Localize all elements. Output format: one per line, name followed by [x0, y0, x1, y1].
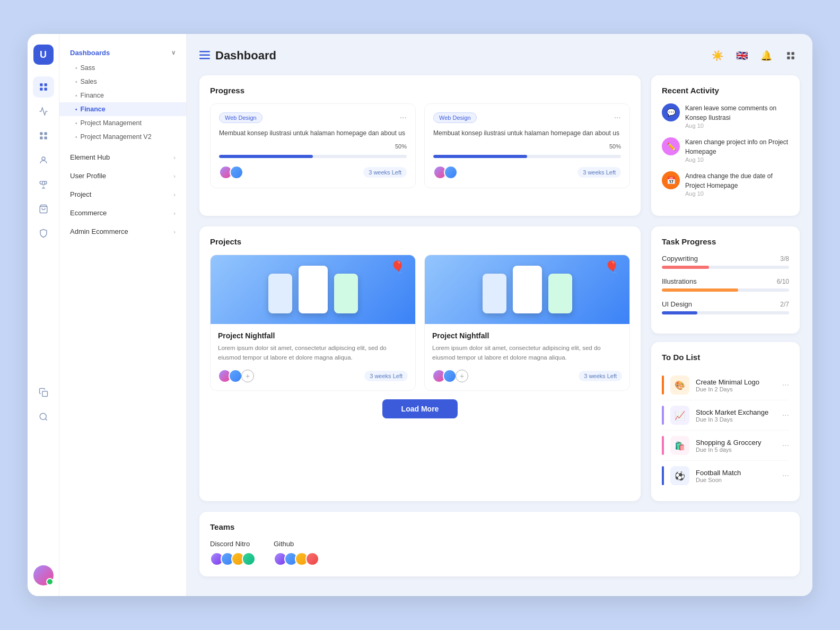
todo-bar-shopping [662, 436, 664, 455]
progress-bar-1 [219, 155, 407, 158]
activity-time-1: Aug 10 [685, 122, 789, 129]
sidebar-icon-trophy[interactable] [33, 174, 54, 195]
sidebar-nav-admin-ecommerce[interactable]: Admin Ecommerce › [59, 222, 186, 241]
dashboards-menu[interactable]: Dashboards ∨ [59, 45, 186, 61]
svg-point-8 [42, 157, 45, 160]
teams-list: Discord Nitro Github [210, 540, 789, 566]
task-count-uidesign: 2/7 [780, 301, 789, 308]
sidebar-icon-activity[interactable] [33, 101, 54, 122]
sidebar-nav-user-profile[interactable]: User Profile › [59, 167, 186, 185]
sidebar-item-sales[interactable]: Sales [59, 75, 186, 89]
svg-line-12 [45, 418, 47, 420]
activity-avatar-1: 💬 [662, 103, 680, 121]
todo-icon-logo: 🎨 [670, 375, 689, 395]
sidebar-nav-element-hub[interactable]: Element Hub › [59, 148, 186, 167]
project-body-1: Project Nightfall Lorem ipsum dolor sit … [211, 324, 415, 390]
progress-card: Progress Web Design ··· Membuat konsep i… [199, 75, 641, 216]
activity-item-1: 💬 Karen leave some comments on Konsep Il… [662, 103, 789, 129]
team-github-avatars [274, 552, 316, 566]
activity-text-1: Karen leave some comments on Konsep Ilus… [685, 103, 789, 122]
sidebar-icon-bag[interactable] [33, 198, 54, 220]
todo-title-stock: Stock Market Exchange [696, 408, 776, 416]
activity-content-3: Andrea change the due date of Project Ho… [685, 171, 789, 197]
sidebar-item-sass[interactable]: Sass [59, 61, 186, 75]
todo-title-football: Football Match [696, 469, 776, 477]
top-row: Progress Web Design ··· Membuat konsep i… [199, 75, 800, 216]
admin-ecommerce-label: Admin Ecommerce [70, 228, 128, 235]
sidebar-nav-ecommerce[interactable]: Ecommerce › [59, 204, 186, 222]
bell-icon[interactable]: 🔔 [757, 47, 775, 65]
phone-mock-1a [268, 274, 292, 313]
todo-title-logo: Create Minimal Logo [696, 378, 776, 386]
svg-rect-14 [199, 54, 210, 56]
todo-more-football[interactable]: ··· [782, 471, 789, 480]
todo-item-shopping: 🛍️ Shopping & Groccery Due In 5 days ··· [662, 431, 789, 461]
todo-more-shopping[interactable]: ··· [782, 441, 789, 450]
svg-rect-6 [40, 137, 42, 139]
ecommerce-label: Ecommerce [70, 209, 107, 217]
progress-item-1: Web Design ··· Membuat konsep ilustrasi … [210, 103, 416, 188]
phone-mock-2b [513, 266, 542, 313]
activity-time-2: Aug 10 [685, 156, 789, 163]
project-card-1: 🎈 Project Nightfall Lorem ipsum dolor si… [210, 255, 416, 391]
project-img-inner-2: 🎈 [425, 255, 629, 324]
activity-item-3: 📅 Andrea change the due date of Project … [662, 171, 789, 197]
progress-more-2[interactable]: ··· [614, 113, 621, 122]
svg-rect-4 [40, 132, 42, 135]
progress-bar-fill-2 [433, 155, 527, 158]
teams-card: Teams Discord Nitro Github [199, 512, 800, 576]
svg-rect-17 [792, 52, 794, 55]
sidebar-item-finance2[interactable]: Finance [59, 102, 186, 116]
sidebar-icon-grid[interactable] [33, 125, 54, 146]
todo-more-stock[interactable]: ··· [782, 410, 789, 420]
sidebar-item-finance1[interactable]: Finance [59, 89, 186, 102]
recent-activity-title: Recent Activity [662, 86, 789, 95]
svg-rect-16 [787, 52, 790, 55]
sidebar: Dashboards ∨ Sass Sales Finance Finance … [59, 34, 187, 596]
hamburger-icon[interactable] [199, 50, 210, 62]
project-card-2: 🎈 Project Nightfall Lorem ipsum dolor si… [424, 255, 630, 391]
todo-bar-football [662, 466, 664, 485]
task-progress-title: Task Progress [662, 237, 789, 246]
project-label: Project [70, 190, 91, 198]
phone-mock-2c [548, 274, 572, 313]
proj-av-2b [443, 369, 457, 383]
sidebar-icon-dashboard[interactable] [33, 76, 54, 98]
flag-icon[interactable]: 🇬🇧 [733, 47, 751, 65]
sidebar-item-pm[interactable]: Project Management [59, 116, 186, 130]
load-more-button[interactable]: Load More [382, 399, 458, 418]
add-member-btn-1[interactable]: + [241, 370, 254, 382]
team-discord-name: Discord Nitro [210, 540, 252, 548]
sidebar-icon-search[interactable] [33, 406, 54, 427]
sidebar-icon-person[interactable] [33, 150, 54, 171]
task-name-copywriting: Copywriting [662, 255, 698, 262]
svg-rect-19 [792, 57, 794, 59]
add-member-btn-2[interactable]: + [456, 370, 468, 382]
todo-icon-football: ⚽ [670, 466, 689, 485]
task-bar-fill-uidesign [662, 311, 697, 314]
phone-mock-2a [483, 274, 506, 313]
sidebar-icon-copy[interactable] [33, 382, 54, 403]
todo-due-logo: Due In 2 Days [696, 386, 776, 392]
teams-title: Teams [210, 522, 789, 531]
main-header: Dashboard ☀️ 🇬🇧 🔔 [199, 47, 800, 65]
sidebar-item-pm2[interactable]: Project Management V2 [59, 130, 186, 144]
sidebar-nav-project[interactable]: Project › [59, 185, 186, 204]
progress-footer-1: 3 weeks Left [219, 165, 407, 179]
app-logo[interactable]: U [33, 45, 54, 65]
todo-more-logo[interactable]: ··· [782, 380, 789, 390]
sidebar-icon-shield[interactable] [33, 223, 54, 244]
progress-cards-row: Web Design ··· Membuat konsep ilustrasi … [210, 103, 630, 188]
task-count-illustrations: 6/10 [777, 278, 789, 285]
todo-icon-stock: 📈 [670, 406, 689, 425]
apps-icon[interactable] [782, 47, 800, 65]
page-title: Dashboard [215, 49, 276, 63]
user-avatar[interactable] [33, 565, 54, 585]
project-img-1: 🎈 [211, 255, 415, 324]
team-discord-avatars [210, 552, 252, 566]
sun-icon[interactable]: ☀️ [708, 47, 727, 65]
progress-more-1[interactable]: ··· [400, 113, 407, 122]
middle-row: Projects 🎈 [199, 226, 800, 501]
todo-due-stock: Due In 3 Days [696, 416, 776, 423]
progress-bar-2 [433, 155, 621, 158]
